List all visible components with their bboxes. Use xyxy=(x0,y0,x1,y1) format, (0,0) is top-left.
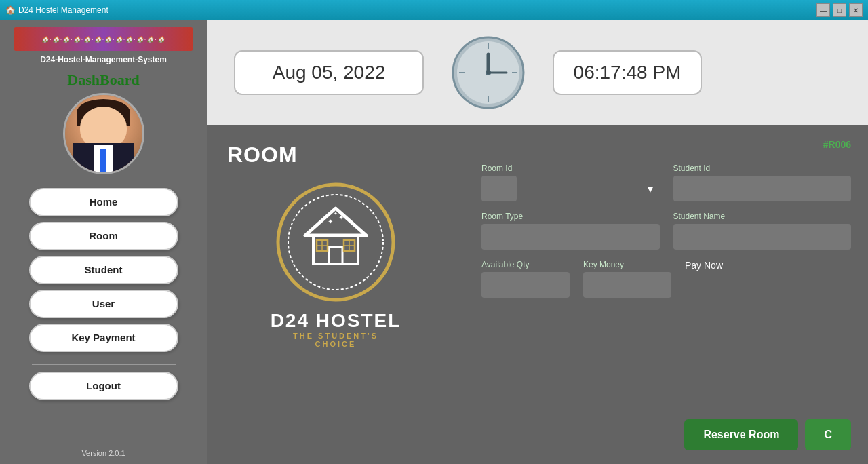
key-money-input[interactable] xyxy=(583,272,671,298)
nav-home-button[interactable]: Home xyxy=(29,188,178,216)
pay-now-label: Pay Now xyxy=(685,260,723,271)
sidebar-banner-text: 🏠·🏠·🏠·🏠·🏠·🏠·🏠·🏠·🏠·🏠·🏠·🏠 xyxy=(41,36,165,43)
sidebar-banner: 🏠·🏠·🏠·🏠·🏠·🏠·🏠·🏠·🏠·🏠·🏠·🏠 xyxy=(14,27,193,51)
sidebar-divider xyxy=(32,364,176,365)
room-left-panel: ROOM xyxy=(207,125,465,464)
room-id-badge: #R006 xyxy=(481,139,851,150)
nav-user-button[interactable]: User xyxy=(29,290,178,318)
svg-point-9 xyxy=(278,185,393,300)
logo-text: D24 HOSTEL THE STUDENT'S CHOICE xyxy=(271,310,401,348)
hostel-logo-svg: ✦ ✦ ✦ xyxy=(271,181,400,310)
window-titlebar: 🏠 D24 Hostel Management — □ ✕ xyxy=(0,0,868,20)
top-bar: Aug 05, 2022 06:17:48 PM xyxy=(207,20,868,125)
time-display: 06:17:48 PM xyxy=(553,50,702,95)
form-row-3: Available Qty Key Money Pay Now xyxy=(481,260,851,298)
room-type-group: Room Type xyxy=(481,212,660,250)
room-heading: ROOM xyxy=(227,142,444,168)
available-qty-group: Available Qty xyxy=(481,260,570,298)
student-name-group: Student Name xyxy=(673,212,852,250)
maximize-button[interactable]: □ xyxy=(833,3,846,17)
room-type-label: Room Type xyxy=(481,212,660,221)
reserve-room-button[interactable]: Reserve Room xyxy=(684,419,798,450)
student-id-label: Student Id xyxy=(673,163,852,173)
available-qty-label: Available Qty xyxy=(481,260,570,269)
sidebar: 🏠·🏠·🏠·🏠·🏠·🏠·🏠·🏠·🏠·🏠·🏠·🏠 D24-Hostel-Manag… xyxy=(0,20,207,464)
form-row-2: Room Type Student Name xyxy=(481,212,851,250)
student-name-label: Student Name xyxy=(673,212,852,221)
student-name-input[interactable] xyxy=(673,224,852,250)
key-money-group: Key Money xyxy=(583,260,671,298)
room-form-area: #R006 Room Id R001 R002 R003 xyxy=(465,125,868,464)
room-id-select-wrapper: R001 R002 R003 xyxy=(481,176,660,201)
minimize-button[interactable]: — xyxy=(816,3,830,17)
pay-now-area: Pay Now xyxy=(685,260,723,274)
available-qty-input[interactable] xyxy=(481,272,570,298)
window-icon: 🏠 xyxy=(5,5,16,15)
action-row: Reserve Room C xyxy=(481,412,851,450)
date-display: Aug 05, 2022 xyxy=(234,50,424,95)
cancel-button[interactable]: C xyxy=(805,419,851,450)
logout-button[interactable]: Logout xyxy=(29,372,178,400)
logo-sub1: THE STUDENT'S xyxy=(271,332,401,340)
room-panel: ROOM xyxy=(207,125,868,464)
room-type-input[interactable] xyxy=(481,224,660,250)
main-content: Aug 05, 2022 06:17:48 PM ROOM xyxy=(207,20,868,464)
app-container: 🏠·🏠·🏠·🏠·🏠·🏠·🏠·🏠·🏠·🏠·🏠·🏠 D24-Hostel-Manag… xyxy=(0,20,868,464)
clock-icon xyxy=(451,35,526,110)
room-id-group: Room Id R001 R002 R003 xyxy=(481,163,660,201)
window-title: 🏠 D24 Hostel Management xyxy=(5,5,108,15)
logo-sub2: CHOICE xyxy=(271,340,401,348)
key-money-label: Key Money xyxy=(583,260,671,269)
version-label: Version 2.0.1 xyxy=(81,446,125,457)
room-id-label: Room Id xyxy=(481,163,660,173)
app-title: D24-Hostel-Management-System xyxy=(40,55,167,64)
window-controls: — □ ✕ xyxy=(816,3,863,17)
nav-student-button[interactable]: Student xyxy=(29,256,178,284)
svg-text:✦: ✦ xyxy=(338,214,344,221)
close-button[interactable]: ✕ xyxy=(849,3,863,17)
room-id-select[interactable]: R001 R002 R003 xyxy=(481,176,517,201)
svg-text:✦: ✦ xyxy=(328,218,333,225)
logo-main: D24 HOSTEL xyxy=(271,310,401,332)
form-row-1: Room Id R001 R002 R003 Student Id xyxy=(481,163,851,201)
student-id-input[interactable] xyxy=(673,176,852,201)
nav-room-button[interactable]: Room xyxy=(29,222,178,250)
student-id-group: Student Id xyxy=(673,163,852,201)
dashboard-label: DashBoard xyxy=(67,71,139,89)
nav-key-payment-button[interactable]: Key Payment xyxy=(29,324,178,352)
avatar xyxy=(63,93,144,174)
svg-rect-12 xyxy=(329,247,342,264)
hostel-logo: ✦ ✦ ✦ D24 HOSTEL THE STUDENT'S CHOICE xyxy=(227,181,444,348)
svg-text:✦: ✦ xyxy=(334,211,338,216)
